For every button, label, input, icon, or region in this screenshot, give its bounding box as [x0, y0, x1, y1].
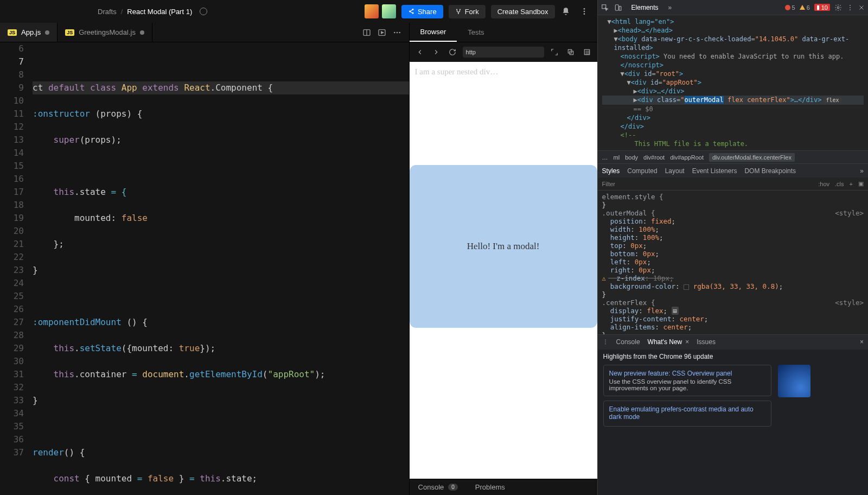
tab-problems[interactable]: Problems	[467, 483, 514, 491]
flex-badge-icon[interactable]: ⊞	[672, 307, 679, 315]
console-count-badge: 0	[448, 484, 458, 491]
tab-console[interactable]: Console	[616, 338, 640, 346]
whats-new-title: Highlights from the Chrome 96 update	[603, 353, 863, 360]
svg-rect-15	[615, 4, 618, 10]
tab-styles[interactable]: Styles	[602, 167, 620, 175]
modal-card: Hello! I'm a modal!	[410, 165, 597, 328]
tab-computed[interactable]: Computed	[627, 167, 657, 175]
breadcrumb-separator: /	[121, 8, 123, 16]
more-tabs-icon[interactable]: »	[668, 4, 672, 11]
preview-body: I am a super nested div… Hello! I'm a mo…	[410, 62, 597, 479]
popout-icon[interactable]	[581, 46, 593, 58]
svg-point-19	[850, 7, 851, 8]
svg-rect-13	[585, 51, 589, 55]
code-editor[interactable]: 6 7 8 9 10 11 12 13 14 15 16 17 18 19	[0, 42, 409, 495]
tab-dom-breakpoints[interactable]: DOM Breakpoints	[744, 167, 796, 175]
message-count-badge[interactable]: ▮10	[814, 4, 830, 11]
svg-point-24	[605, 341, 606, 342]
close-drawer-icon[interactable]: ×	[860, 338, 864, 346]
cls-toggle[interactable]: .cls	[835, 181, 844, 187]
dom-breadcrumb[interactable]: … ml body div#root div#appRoot div.outer…	[598, 150, 868, 163]
avatar[interactable]	[382, 4, 396, 18]
svg-point-18	[850, 5, 851, 6]
modal-text: Hello! I'm a modal!	[467, 241, 540, 252]
toggle-panel-icon[interactable]: ▣	[858, 180, 864, 187]
device-toggle-icon[interactable]	[614, 4, 622, 11]
line-gutter: 6 7 8 9 10 11 12 13 14 15 16 17 18 19	[0, 42, 33, 495]
whats-new-thumbnail	[778, 365, 810, 397]
svg-point-23	[605, 340, 606, 341]
copy-icon[interactable]	[565, 46, 577, 58]
editor-tabs: JS App.js JS GreetingsModal.js	[0, 23, 409, 42]
tab-issues[interactable]: Issues	[697, 338, 716, 346]
styles-filter-row: Filter :hov .cls + ▣	[598, 177, 868, 191]
address-input[interactable]	[463, 47, 544, 58]
close-icon[interactable]	[858, 4, 865, 11]
svg-rect-16	[619, 6, 621, 10]
tab-console[interactable]: Console 0	[410, 483, 467, 491]
nav-forward-icon[interactable]	[430, 46, 442, 58]
breadcrumb-root[interactable]: Drafts	[98, 8, 117, 16]
styles-pane[interactable]: element.style { } .outerModal {<style> p…	[598, 191, 868, 334]
whats-new-panel: Highlights from the Chrome 96 update New…	[598, 350, 868, 496]
svg-point-1	[583, 11, 585, 12]
more-tabs-icon[interactable]: »	[860, 167, 864, 175]
share-button[interactable]: Share	[401, 5, 443, 18]
svg-point-2	[583, 13, 585, 15]
gear-icon[interactable]	[834, 4, 842, 11]
nested-div-text: I am a super nested div…	[410, 62, 597, 82]
tab-tests[interactable]: Tests	[457, 23, 495, 42]
hov-toggle[interactable]: :hov	[818, 181, 829, 187]
selected-dom-node[interactable]: ▶<div class="outerModal flex centerFlex"…	[602, 96, 864, 105]
svg-point-17	[837, 7, 839, 9]
nav-back-icon[interactable]	[414, 46, 426, 58]
more-icon[interactable]	[393, 28, 401, 37]
error-count-badge[interactable]: 5	[785, 4, 795, 11]
whats-new-card[interactable]: New preview feature: CSS Overview panel …	[603, 365, 771, 396]
devtools-tabbar: Elements » 5 6 ▮10	[598, 0, 868, 15]
tab-layout[interactable]: Layout	[665, 167, 685, 175]
more-menu-icon[interactable]	[577, 4, 592, 19]
drawer-more-icon[interactable]	[602, 339, 609, 345]
dom-tree[interactable]: ▼<html lang="en"> ▶<head>…</head> ▼<body…	[598, 15, 868, 150]
tab-whats-new[interactable]: What's New	[648, 338, 682, 346]
tab-event-listeners[interactable]: Event Listeners	[692, 167, 737, 175]
topbar: Drafts / React Modal (Part 1) Share Fork…	[0, 0, 597, 23]
warning-count-badge[interactable]: 6	[800, 4, 810, 11]
tab-greetings-modal-js[interactable]: JS GreetingsModal.js	[58, 23, 152, 42]
bell-icon[interactable]	[558, 4, 573, 19]
code-body[interactable]: ct default class App extends React.Compo…	[33, 42, 409, 495]
svg-point-8	[396, 31, 398, 33]
tab-app-js[interactable]: JS App.js	[0, 23, 58, 42]
reload-icon[interactable]	[446, 46, 458, 58]
create-sandbox-button[interactable]: Create Sandbox	[491, 5, 555, 18]
close-icon[interactable]: ×	[685, 338, 689, 346]
visibility-icon[interactable]	[200, 8, 207, 15]
svg-point-7	[394, 31, 395, 33]
inspect-icon[interactable]	[601, 4, 609, 11]
fork-button[interactable]: Fork	[449, 5, 486, 18]
whats-new-card[interactable]: Enable emulating prefers-contrast media …	[603, 401, 771, 427]
breadcrumb-title[interactable]: React Modal (Part 1)	[127, 8, 192, 16]
unsaved-dot-icon	[140, 30, 144, 35]
preview-icon[interactable]	[378, 28, 386, 37]
filter-input[interactable]: Filter	[602, 181, 615, 187]
preview-tabs: Browser Tests	[410, 23, 597, 42]
devtools-panel: Elements » 5 6 ▮10 ▼<html lang="en"> ▶<h…	[597, 0, 868, 495]
tab-elements[interactable]: Elements	[627, 2, 663, 14]
svg-point-20	[850, 9, 851, 10]
drawer-tabs: Console What's New × Issues ×	[598, 334, 868, 350]
avatar[interactable]	[365, 4, 379, 18]
styles-tabs: Styles Computed Layout Event Listeners D…	[598, 163, 868, 177]
preview-toolbar	[410, 42, 597, 62]
svg-point-9	[399, 31, 400, 33]
js-icon: JS	[8, 29, 17, 36]
more-icon[interactable]	[846, 4, 854, 11]
svg-point-0	[583, 8, 585, 10]
add-rule-icon[interactable]: +	[850, 181, 853, 187]
tab-browser[interactable]: Browser	[410, 23, 457, 42]
expand-icon[interactable]	[548, 46, 560, 58]
svg-marker-6	[381, 31, 383, 34]
split-view-icon[interactable]	[362, 28, 371, 37]
unsaved-dot-icon	[45, 30, 49, 35]
